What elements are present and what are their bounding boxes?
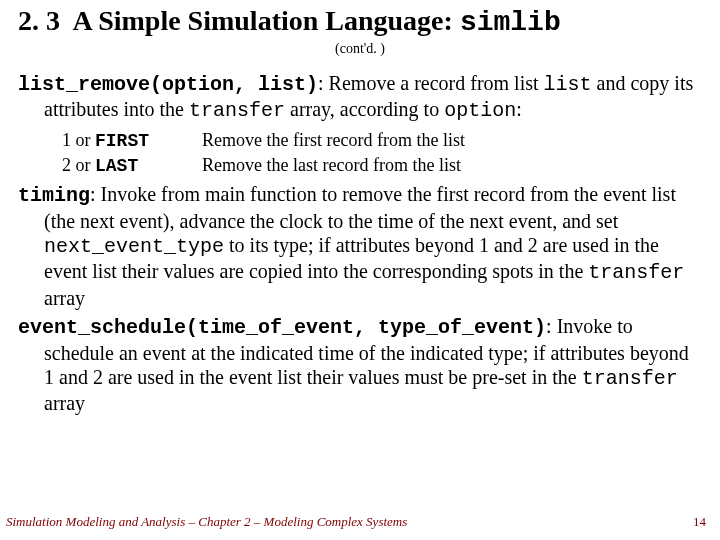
timing-transfer: transfer: [588, 261, 684, 284]
body: list_remove(option, list): Remove a reco…: [18, 71, 702, 416]
option-key-first: 1 or FIRST: [62, 128, 202, 153]
section-number: 2. 3: [18, 5, 60, 36]
timing-desc1: : Invoke from main function to remove th…: [44, 183, 676, 231]
timing-desc3: array: [44, 287, 85, 309]
timing-name: timing: [18, 184, 90, 207]
option-or-1: or: [71, 130, 95, 150]
option-num-1: 1: [62, 130, 71, 150]
title-code: simlib: [460, 7, 561, 38]
footer-text: Simulation Modeling and Analysis – Chapt…: [6, 514, 407, 530]
footer: Simulation Modeling and Analysis – Chapt…: [6, 514, 706, 530]
option-num-2: 2: [62, 155, 71, 175]
option-code-last: LAST: [95, 156, 138, 176]
page-number: 14: [693, 514, 706, 530]
contd-label: (cont'd. ): [18, 41, 702, 57]
slide-title: 2. 3 A Simple Simulation Language: simli…: [18, 6, 702, 39]
list-remove-signature: list_remove(option, list): [18, 73, 318, 96]
option-key-last: 2 or LAST: [62, 153, 202, 178]
event-schedule-signature: event_schedule(time_of_event, type_of_ev…: [18, 316, 546, 339]
list-remove-desc-mid2: array, according to: [285, 98, 444, 120]
list-remove-desc-end: :: [516, 98, 522, 120]
option-row-first: 1 or FIRST Remove the first record from …: [62, 128, 702, 153]
list-remove-entry: list_remove(option, list): Remove a reco…: [18, 71, 702, 124]
list-remove-transfer: transfer: [189, 99, 285, 122]
option-or-2: or: [71, 155, 95, 175]
timing-entry: timing: Invoke from main function to rem…: [18, 182, 702, 310]
event-schedule-desc2: array: [44, 392, 85, 414]
list-remove-arg-list: list: [544, 73, 592, 96]
event-schedule-entry: event_schedule(time_of_event, type_of_ev…: [18, 314, 702, 416]
option-code-first: FIRST: [95, 131, 149, 151]
option-val-first: Remove the first record from the list: [202, 128, 702, 153]
timing-next-event-type: next_event_type: [44, 235, 224, 258]
event-schedule-transfer: transfer: [582, 367, 678, 390]
slide: 2. 3 A Simple Simulation Language: simli…: [0, 0, 720, 540]
list-remove-desc-pre: : Remove a record from list: [318, 72, 544, 94]
title-text: A Simple Simulation Language:: [72, 5, 452, 36]
list-remove-arg-option: option: [444, 99, 516, 122]
option-val-last: Remove the last record from the list: [202, 153, 702, 178]
option-row-last: 2 or LAST Remove the last record from th…: [62, 153, 702, 178]
